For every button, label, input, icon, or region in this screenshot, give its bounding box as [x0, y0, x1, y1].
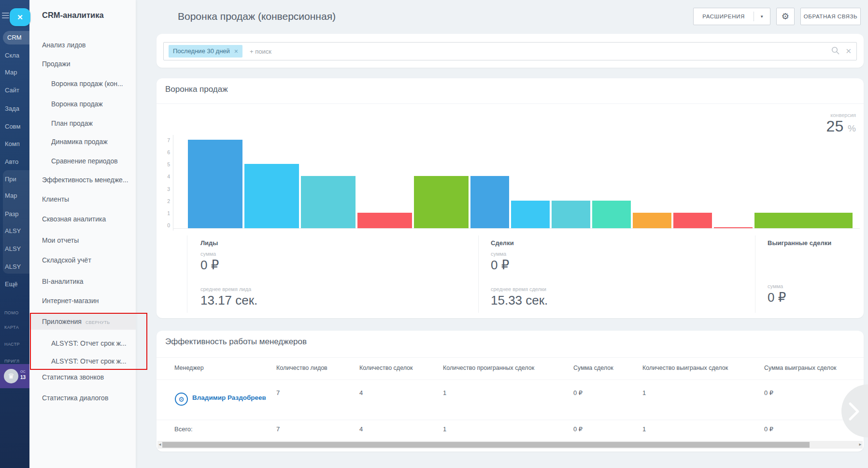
table-header-6: Сумма выиграных сделок: [764, 365, 836, 371]
table-header-3: Количество проигранных сделок: [443, 365, 534, 371]
rail-item-9[interactable]: Мар: [0, 189, 29, 203]
funnel-card-title: Воронка продаж: [165, 85, 228, 94]
funnel-bar-6[interactable]: [511, 201, 550, 228]
funnel-bar-5[interactable]: [470, 176, 509, 228]
scroll-left-arrow[interactable]: ◄: [158, 442, 162, 447]
sidebar-item-8[interactable]: Клиенты: [29, 192, 136, 206]
extensions-button[interactable]: РАСШИРЕНИЯ ▼: [693, 8, 770, 25]
rail-item-3[interactable]: Сайт: [0, 84, 29, 97]
funnel-bar-9[interactable]: [633, 213, 671, 228]
rail-item-4[interactable]: Зада: [0, 102, 29, 116]
funnel-bar-3[interactable]: [357, 213, 412, 228]
filter-tag-label: Последние 30 дней: [173, 45, 230, 58]
total-cell-2: 1: [443, 425, 446, 433]
stats-metric-label-1-1: среднее время сделки: [491, 286, 546, 292]
y-tick-4: 4: [160, 173, 170, 180]
sidebar-item-9[interactable]: Сквозная аналитика: [29, 212, 136, 226]
conversion-unit: %: [848, 123, 856, 133]
rail-item-14[interactable]: Ещё: [0, 278, 29, 291]
rail-footer-item-0[interactable]: ПОМО: [0, 308, 29, 318]
rail-footer-item-2[interactable]: НАСТР: [0, 339, 29, 349]
funnel-bar-7[interactable]: [552, 201, 590, 228]
sidebar-item-2[interactable]: Воронка продаж (кон...: [29, 76, 136, 91]
close-menu-button[interactable]: ✕: [10, 8, 30, 26]
settings-button[interactable]: ⚙: [776, 8, 795, 25]
scroll-right-arrow[interactable]: ►: [858, 442, 862, 447]
funnel-bar-2[interactable]: [301, 176, 356, 228]
stats-title-1: Сделки: [491, 239, 514, 247]
rail-item-1[interactable]: Скла: [0, 49, 29, 62]
rail-footer-item-1[interactable]: КАРТА: [0, 322, 29, 332]
table-cell-0-0: 7: [276, 389, 280, 396]
funnel-bar-11[interactable]: [714, 227, 753, 228]
search-icon[interactable]: [831, 46, 840, 57]
sidebar-item-1[interactable]: Продажи: [29, 57, 136, 71]
rail-item-11[interactable]: ALSY: [0, 224, 29, 238]
table-header-0: Менеджер: [174, 365, 204, 371]
search-input[interactable]: Последние 30 дней × + поиск ✕: [163, 42, 857, 60]
sidebar-item-10[interactable]: Мои отчеты: [29, 233, 136, 248]
sidebar-item-17[interactable]: Статистика звонков: [29, 370, 136, 384]
sidebar-item-16[interactable]: ALSYST: Отчет срок ж...: [29, 354, 136, 368]
total-cell-4: 1: [642, 425, 646, 433]
feedback-button[interactable]: ОБРАТНАЯ СВЯЗЬ: [800, 8, 861, 25]
sidebar-item-7[interactable]: Эффективность менедже...: [29, 173, 136, 187]
table-cell-0-5: 0 ₽: [764, 389, 773, 396]
rail-item-6[interactable]: Комп: [0, 137, 29, 151]
funnel-bar-8[interactable]: [592, 201, 631, 228]
rail-item-2[interactable]: Мар: [0, 66, 29, 79]
table-header-4: Сумма сделок: [573, 365, 613, 371]
manager-link[interactable]: Владимир Раздобреев: [192, 394, 266, 401]
sidebar-item-0[interactable]: Анализ лидов: [29, 38, 136, 52]
funnel-bar-10[interactable]: [673, 213, 712, 228]
sidebar-item-18[interactable]: Статистика диалогов: [29, 391, 136, 405]
main-navigation-rail: CRMСклаМарСайтЗадаСовмКомпАвтоПриМарРазр…: [0, 0, 29, 468]
rail-item-13[interactable]: ALSY: [0, 260, 29, 274]
rail-item-7[interactable]: Авто: [0, 155, 29, 169]
rail-item-8[interactable]: При: [0, 173, 29, 186]
funnel-bar-4[interactable]: [414, 176, 469, 228]
sidebar-item-5[interactable]: Динамика продаж: [29, 134, 136, 149]
chevron-down-icon[interactable]: ▼: [754, 15, 770, 19]
y-tick-3: 3: [160, 186, 170, 192]
sidebar-item-3[interactable]: Воронка продаж: [29, 97, 136, 111]
table-cell-0-2: 1: [443, 389, 446, 396]
funnel-bar-1[interactable]: [244, 164, 299, 228]
conversion-block: конверсия 25 %: [826, 112, 856, 137]
table-header-5: Количество выиграных сделок: [642, 365, 728, 371]
sidebar-item-13[interactable]: Интернет-магазин: [29, 293, 136, 308]
license-badge[interactable]: ♛ ОС 13: [0, 364, 29, 388]
sales-funnel-card: Воронка продаж конверсия 25 % 01234567 Л…: [157, 78, 864, 318]
y-tick-7: 7: [160, 137, 170, 144]
horizontal-scrollbar[interactable]: ◄ ►: [157, 441, 863, 449]
total-cell-5: 0 ₽: [764, 425, 773, 433]
rail-item-0[interactable]: CRM: [3, 31, 29, 44]
stats-divider-2: [755, 235, 755, 313]
menu-icon[interactable]: [2, 13, 10, 18]
stats-metric-label-2-0: сумма: [768, 283, 783, 289]
stats-metric-label-1-0: сумма: [491, 251, 506, 257]
managers-performance-card: Эффективность работы менеджеров Менеджер…: [157, 331, 864, 452]
rail-item-5[interactable]: Совм: [0, 120, 29, 133]
sidebar-item-14[interactable]: ПриложенияСВЕРНУТЬ: [29, 313, 136, 330]
sidebar-item-12[interactable]: BI-аналитика: [29, 274, 136, 289]
sidebar-item-15[interactable]: ALSYST: Отчет срок ж...: [29, 336, 136, 351]
sidebar-item-6[interactable]: Сравнение периодов: [29, 154, 136, 168]
funnel-bar-0[interactable]: [188, 140, 242, 228]
rail-item-12[interactable]: ALSY: [0, 242, 29, 256]
funnel-bar-12[interactable]: [754, 213, 853, 228]
filter-tag[interactable]: Последние 30 дней ×: [169, 45, 242, 58]
stats-title-0: Лиды: [200, 239, 218, 247]
tag-close-icon[interactable]: ×: [234, 45, 238, 58]
avatar: ⚙: [175, 393, 188, 406]
y-tick-6: 6: [160, 149, 170, 156]
clear-filter-icon[interactable]: ✕: [845, 47, 852, 56]
search-placeholder: + поиск: [250, 48, 271, 55]
sidebar-item-11[interactable]: Складской учёт: [29, 253, 136, 267]
collapse-label[interactable]: СВЕРНУТЬ: [85, 320, 110, 325]
stats-divider-0: [187, 235, 187, 313]
scrollbar-thumb[interactable]: [162, 442, 810, 448]
rail-item-10[interactable]: Разр: [0, 207, 29, 221]
sidebar-item-4[interactable]: План продаж: [29, 116, 136, 131]
total-cell-3: 0 ₽: [573, 425, 583, 433]
